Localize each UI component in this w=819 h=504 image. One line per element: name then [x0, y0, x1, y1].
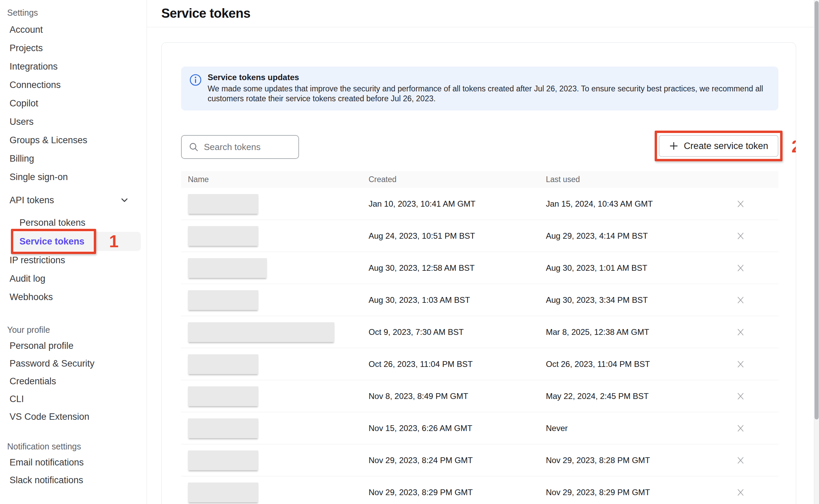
delete-token-button[interactable]	[734, 229, 747, 242]
delete-cell	[703, 486, 778, 499]
delete-token-button[interactable]	[734, 390, 747, 403]
token-created: Oct 9, 2023, 7:30 AM BST	[369, 327, 546, 337]
token-name-redacted	[188, 354, 258, 374]
sidebar-item-webhooks[interactable]: Webhooks	[0, 288, 147, 306]
sidebar-item-cli[interactable]: CLI	[0, 390, 147, 408]
toolbar: Create service token 2	[181, 135, 778, 159]
delete-token-button[interactable]	[734, 197, 747, 210]
sidebar-item-api-tokens[interactable]: API tokens	[0, 191, 147, 209]
banner-text: Service tokens updates We made some upda…	[208, 73, 768, 104]
table-row: Oct 26, 2023, 11:04 PM BST Oct 26, 2023,…	[181, 348, 778, 380]
token-created: Aug 30, 2023, 1:03 AM BST	[369, 295, 546, 305]
token-created: Jan 10, 2023, 10:41 AM GMT	[369, 199, 546, 209]
token-last-used: Nov 29, 2023, 8:28 PM GMT	[546, 456, 703, 465]
sidebar-item-copilot[interactable]: Copilot	[0, 94, 147, 113]
table-row: Aug 30, 2023, 1:03 AM BST Aug 30, 2023, …	[181, 284, 778, 316]
main-content: Service tokens Service tokens updates We…	[147, 0, 819, 504]
page-title: Service tokens	[161, 6, 250, 21]
sidebar-item-billing[interactable]: Billing	[0, 149, 147, 168]
table-row: Nov 15, 2023, 6:26 AM GMT Never	[181, 412, 778, 444]
sidebar-item-audit-log[interactable]: Audit log	[0, 269, 147, 288]
token-name-redacted	[188, 226, 258, 246]
sidebar-item-account[interactable]: Account	[0, 20, 147, 39]
token-last-used: May 22, 2024, 2:45 PM BST	[546, 391, 703, 401]
delete-token-button[interactable]	[734, 422, 747, 435]
sidebar-item-ip-restrictions[interactable]: IP restrictions	[0, 251, 147, 269]
token-created: Aug 24, 2023, 10:51 PM BST	[369, 231, 546, 241]
token-name-cell	[181, 418, 369, 438]
sidebar-item-personal-profile[interactable]: Personal profile	[0, 337, 147, 355]
app-root: Settings Account Projects Integrations C…	[0, 0, 819, 504]
column-header-last-used: Last used	[546, 175, 703, 184]
sidebar-item-single-sign-on[interactable]: Single sign-on	[0, 168, 147, 186]
token-created: Nov 8, 2023, 8:49 PM GMT	[369, 391, 546, 401]
delete-cell	[703, 229, 778, 242]
page-header: Service tokens	[147, 0, 819, 27]
token-name-cell	[181, 386, 369, 406]
vertical-scrollbar[interactable]	[814, 0, 819, 504]
sidebar-item-integrations[interactable]: Integrations	[0, 57, 147, 76]
delete-cell	[703, 422, 778, 435]
plus-icon	[669, 141, 679, 151]
sidebar-item-groups-licenses[interactable]: Groups & Licenses	[0, 131, 147, 149]
delete-cell	[703, 326, 778, 339]
delete-cell	[703, 358, 778, 371]
delete-cell	[703, 197, 778, 210]
sidebar-item-projects[interactable]: Projects	[0, 39, 147, 57]
token-name-redacted	[188, 322, 334, 342]
delete-token-button[interactable]	[734, 326, 747, 339]
delete-cell	[703, 262, 778, 275]
sidebar-item-slack-notifications[interactable]: Slack notifications	[0, 471, 147, 489]
table-header: Name Created Last used	[181, 171, 778, 188]
delete-token-button[interactable]	[734, 358, 747, 371]
table-row: Oct 9, 2023, 7:30 AM BST Mar 8, 2025, 12…	[181, 316, 778, 348]
sidebar-item-password-security[interactable]: Password & Security	[0, 355, 147, 372]
delete-cell	[703, 390, 778, 403]
token-name-cell	[181, 194, 369, 214]
sidebar-item-users[interactable]: Users	[0, 113, 147, 131]
table-row: Jan 10, 2023, 10:41 AM GMT Jan 15, 2024,…	[181, 188, 778, 220]
sidebar-item-service-tokens[interactable]: Service tokens 1	[14, 232, 141, 251]
token-created: Nov 29, 2023, 8:24 PM GMT	[369, 456, 546, 465]
sidebar-section-notification-settings: Notification settings	[0, 441, 147, 451]
token-name-cell	[181, 290, 369, 310]
token-name-redacted	[188, 483, 258, 502]
sidebar-item-vs-code-extension[interactable]: VS Code Extension	[0, 408, 147, 426]
token-name-redacted	[188, 258, 267, 278]
scrollbar-thumb[interactable]	[815, 1, 819, 419]
delete-token-button[interactable]	[734, 454, 747, 467]
token-created: Aug 30, 2023, 12:58 AM BST	[369, 263, 546, 273]
token-name-cell	[181, 226, 369, 246]
sidebar-section-your-profile: Your profile	[0, 325, 147, 335]
token-last-used: Never	[546, 424, 703, 433]
token-last-used: Jan 15, 2024, 10:43 AM GMT	[546, 199, 703, 209]
table-row: Aug 30, 2023, 12:58 AM BST Aug 30, 2023,…	[181, 252, 778, 284]
token-created: Oct 26, 2023, 11:04 PM BST	[369, 359, 546, 369]
search-icon	[189, 142, 199, 152]
token-name-cell	[181, 322, 369, 342]
annotation-step-1: 1	[109, 232, 119, 251]
column-header-created: Created	[369, 175, 546, 184]
token-name-redacted	[188, 386, 258, 406]
banner-body: We made some updates that improve the se…	[208, 84, 768, 104]
sidebar-item-credentials[interactable]: Credentials	[0, 372, 147, 390]
tokens-table: Name Created Last used Jan 10, 2023, 10:…	[181, 171, 778, 504]
delete-token-button[interactable]	[734, 262, 747, 275]
token-name-cell	[181, 258, 369, 278]
delete-token-button[interactable]	[734, 486, 747, 499]
sidebar-section-settings: Settings	[0, 8, 147, 18]
delete-token-button[interactable]	[734, 294, 747, 307]
sidebar-item-personal-tokens[interactable]: Personal tokens	[0, 213, 147, 232]
create-service-token-button[interactable]: Create service token	[659, 135, 778, 157]
delete-cell	[703, 294, 778, 307]
token-last-used: Mar 8, 2025, 12:38 AM GMT	[546, 327, 703, 337]
token-name-redacted	[188, 450, 258, 470]
search-input[interactable]	[204, 142, 292, 152]
sidebar-item-connections[interactable]: Connections	[0, 76, 147, 94]
sidebar-item-email-notifications[interactable]: Email notifications	[0, 454, 147, 471]
table-row: Nov 29, 2023, 8:29 PM GMT Nov 29, 2023, …	[181, 476, 778, 504]
search-box	[181, 135, 299, 159]
chevron-down-icon	[119, 195, 130, 205]
token-last-used: Aug 29, 2023, 4:14 PM BST	[546, 231, 703, 241]
table-row: Nov 29, 2023, 8:24 PM GMT Nov 29, 2023, …	[181, 444, 778, 476]
